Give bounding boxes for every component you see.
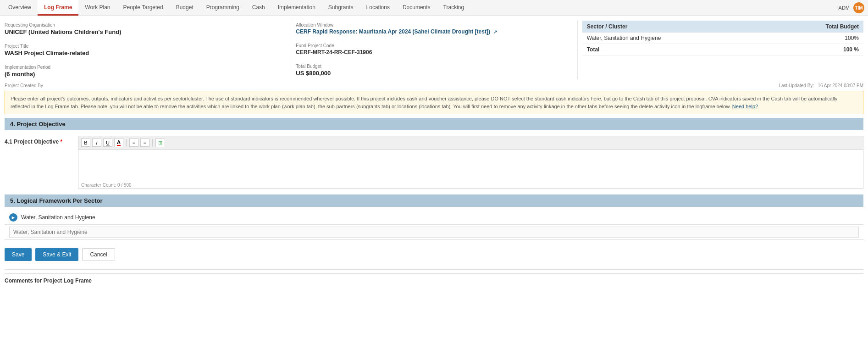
tabs-left: Overview Log Frame Work Plan People Targ… bbox=[2, 0, 839, 16]
comments-section: Comments for Project Log Frame bbox=[5, 273, 863, 284]
toolbar-separator bbox=[126, 139, 127, 146]
total-budget-label: Total Budget bbox=[296, 64, 568, 69]
tab-overview[interactable]: Overview bbox=[2, 0, 38, 16]
top-section: Requesting Organisation UNICEF (United N… bbox=[5, 21, 863, 79]
allocation-window-block: Allocation Window CERF Rapid Response: M… bbox=[296, 21, 572, 37]
save-exit-button[interactable]: Save & Exit bbox=[35, 248, 78, 261]
tab-people-targeted[interactable]: People Targeted bbox=[117, 0, 170, 16]
allocation-window-label: Allocation Window bbox=[296, 22, 568, 28]
project-objective-row: 4.1 Project Objective * B I U A ≡ ≡ ⊞ bbox=[5, 134, 863, 191]
table-row: Total 100 % bbox=[582, 44, 863, 55]
rich-editor-body[interactable] bbox=[78, 150, 863, 182]
sector-row-wash[interactable]: ► Water, Sanitation and Hygiene bbox=[5, 211, 863, 225]
tab-bar: Overview Log Frame Work Plan People Targ… bbox=[0, 0, 868, 16]
project-created-by-label: Project Created By bbox=[5, 83, 43, 88]
project-title-label: Project Title bbox=[5, 44, 282, 49]
tab-tracking[interactable]: Tracking bbox=[437, 0, 471, 16]
sector-name: Water, Sanitation and Hygiene bbox=[21, 214, 95, 221]
action-bar: Save Save & Exit Cancel bbox=[5, 244, 863, 266]
sector-cell: Total bbox=[582, 44, 768, 55]
tab-bar-right: ADM TIM bbox=[839, 2, 866, 13]
implementation-period-block: Implementation Period (6 months) bbox=[5, 63, 286, 79]
cancel-button[interactable]: Cancel bbox=[82, 248, 115, 261]
tab-programming[interactable]: Programming bbox=[200, 0, 246, 16]
implementation-period-label: Implementation Period bbox=[5, 65, 282, 70]
info-banner: Please enter all project's outcomes, out… bbox=[5, 91, 863, 114]
external-link-icon[interactable]: ↗ bbox=[493, 29, 497, 34]
project-title-block: Project Title WASH Project Climate-relat… bbox=[5, 42, 286, 58]
last-updated-by-label: Last Updated By: bbox=[779, 83, 814, 88]
project-objective-section: 4. Project Objective 4.1 Project Objecti… bbox=[5, 118, 863, 191]
tab-budget[interactable]: Budget bbox=[170, 0, 200, 16]
underline-button[interactable]: U bbox=[103, 139, 112, 147]
need-help-link[interactable]: Need help? bbox=[732, 104, 758, 109]
budget-cell: 100% bbox=[768, 33, 863, 44]
toolbar-separator-2 bbox=[152, 139, 153, 146]
table-row: Water, Sanitation and Hygiene 100% bbox=[582, 33, 863, 44]
requesting-org-value: UNICEF (United Nations Children's Fund) bbox=[5, 28, 282, 35]
color-button[interactable]: A bbox=[114, 138, 123, 147]
tab-work-plan[interactable]: Work Plan bbox=[78, 0, 116, 16]
allocation-window-value: CERF Rapid Response: Mauritania Apr 2024… bbox=[296, 28, 568, 35]
top-left-col: Requesting Organisation UNICEF (United N… bbox=[5, 21, 291, 79]
sector-cluster-table: Sector / Cluster Total Budget Water, San… bbox=[582, 21, 863, 55]
sector-col-header: Sector / Cluster bbox=[582, 21, 768, 33]
char-count: Character Count: 0 / 500 bbox=[78, 182, 863, 189]
implementation-period-value: (6 months) bbox=[5, 71, 282, 78]
top-mid-col: Allocation Window CERF Rapid Response: M… bbox=[291, 21, 577, 79]
sector-input[interactable] bbox=[9, 227, 859, 238]
logical-framework-header: 5. Logical Framework Per Sector bbox=[5, 194, 863, 207]
last-updated-by-value: 16 Apr 2024 03:07 PM bbox=[818, 83, 863, 88]
tab-cash[interactable]: Cash bbox=[246, 0, 271, 16]
fund-project-code-label: Fund Project Code bbox=[296, 43, 568, 48]
required-star: * bbox=[60, 139, 62, 145]
save-button[interactable]: Save bbox=[5, 248, 32, 261]
main-content: Requesting Organisation UNICEF (United N… bbox=[0, 16, 868, 284]
budget-cell: 100 % bbox=[768, 44, 863, 55]
italic-button[interactable]: I bbox=[92, 139, 101, 147]
logical-framework-section: 5. Logical Framework Per Sector ► Water,… bbox=[5, 194, 863, 240]
expand-icon: ► bbox=[9, 213, 17, 222]
unordered-list-button[interactable]: ≡ bbox=[129, 139, 138, 147]
grid-button[interactable]: ⊞ bbox=[155, 139, 165, 147]
last-updated-by: Last Updated By: 16 Apr 2024 03:07 PM bbox=[779, 83, 863, 88]
top-right-col: Sector / Cluster Total Budget Water, San… bbox=[577, 21, 863, 79]
sector-cell: Water, Sanitation and Hygiene bbox=[582, 33, 768, 44]
budget-col-header: Total Budget bbox=[768, 21, 863, 33]
fund-project-code-block: Fund Project Code CERF-MRT-24-RR-CEF-319… bbox=[296, 41, 572, 57]
tab-documents[interactable]: Documents bbox=[396, 0, 437, 16]
tab-locations[interactable]: Locations bbox=[360, 0, 396, 16]
tab-implementation[interactable]: Implementation bbox=[271, 0, 322, 16]
bold-button[interactable]: B bbox=[81, 139, 90, 147]
tab-subgrants[interactable]: Subgrants bbox=[322, 0, 360, 16]
project-objective-header: 4. Project Objective bbox=[5, 118, 863, 130]
info-banner-text: Please enter all project's outcomes, out… bbox=[11, 96, 837, 109]
rich-editor-wrap: B I U A ≡ ≡ ⊞ Character Count: 0 / 500 bbox=[78, 136, 863, 189]
requesting-org-label: Requesting Organisation bbox=[5, 22, 282, 28]
project-objective-label: 4.1 Project Objective * bbox=[5, 136, 73, 145]
divider bbox=[5, 269, 863, 270]
comments-label: Comments for Project Log Frame bbox=[5, 277, 92, 284]
tab-log-frame[interactable]: Log Frame bbox=[38, 0, 78, 16]
sector-input-row bbox=[5, 225, 863, 240]
rich-toolbar: B I U A ≡ ≡ ⊞ bbox=[78, 136, 863, 150]
total-budget-block: Total Budget US $800,000 bbox=[296, 62, 572, 78]
requesting-org-block: Requesting Organisation UNICEF (United N… bbox=[5, 21, 286, 37]
total-budget-value: US $800,000 bbox=[296, 70, 568, 77]
fund-project-code-value: CERF-MRT-24-RR-CEF-31906 bbox=[296, 49, 568, 55]
adm-label: ADM bbox=[839, 5, 850, 11]
user-avatar[interactable]: TIM bbox=[853, 2, 864, 13]
ordered-list-button[interactable]: ≡ bbox=[140, 139, 149, 147]
project-title-value: WASH Project Climate-related bbox=[5, 50, 282, 56]
meta-row: Project Created By Last Updated By: 16 A… bbox=[5, 82, 863, 91]
